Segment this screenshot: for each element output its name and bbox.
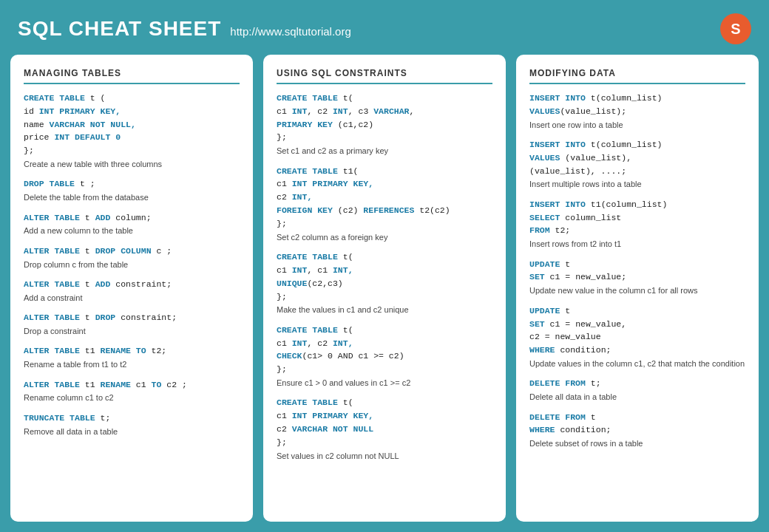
desc-modifying-data-2: Insert rows from t2 into t1: [529, 239, 745, 250]
desc-sql-constraints-2: Make the values in c1 and c2 unique: [277, 304, 492, 316]
code-block-managing-tables-3: ALTER TABLE t DROP COLUMN c ;: [24, 245, 240, 258]
desc-managing-tables-5: Drop a constraint: [24, 326, 240, 337]
code-block-managing-tables-5: ALTER TABLE t DROP constraint;: [24, 311, 240, 324]
code-block-managing-tables-6: ALTER TABLE t1 RENAME TO t2;: [24, 344, 240, 358]
section-managing-tables-6: ALTER TABLE t1 RENAME TO t2;Rename a tab…: [24, 344, 240, 370]
section-managing-tables-4: ALTER TABLE t ADD constraint;Add a const…: [24, 278, 240, 304]
panel-managing-tables: MANAGING TABLESCREATE TABLE t ( id INT P…: [10, 55, 253, 522]
header: SQL CHEAT SHEET http://www.sqltutorial.o…: [0, 0, 769, 55]
desc-sql-constraints-4: Set values in c2 column not NULL: [277, 451, 492, 462]
desc-modifying-data-0: Insert one row into a table: [529, 120, 745, 131]
desc-modifying-data-6: Delete subset of rows in a table: [529, 438, 745, 449]
panel-title-managing-tables: MANAGING TABLES: [24, 68, 240, 84]
section-modifying-data-2: INSERT INTO t1(column_list)SELECT column…: [529, 198, 745, 250]
desc-managing-tables-1: Delete the table from the database: [24, 192, 240, 203]
code-block-managing-tables-1: DROP TABLE t ;: [24, 177, 240, 191]
code-block-modifying-data-4: UPDATE tSET c1 = new_value, c2 = new_val…: [529, 304, 745, 357]
section-managing-tables-3: ALTER TABLE t DROP COLUMN c ;Drop column…: [24, 245, 240, 270]
code-block-sql-constraints-0: CREATE TABLE t( c1 INT, c2 INT, c3 VARCH…: [277, 92, 492, 144]
desc-managing-tables-2: Add a new column to the table: [24, 225, 240, 236]
desc-modifying-data-5: Delete all data in a table: [529, 392, 745, 403]
code-block-sql-constraints-4: CREATE TABLE t( c1 INT PRIMARY KEY, c2 V…: [277, 396, 492, 449]
desc-managing-tables-7: Rename column c1 to c2: [24, 392, 240, 403]
desc-managing-tables-4: Add a constraint: [24, 293, 240, 304]
section-modifying-data-3: UPDATE tSET c1 = new_value;Update new va…: [529, 258, 745, 297]
code-block-managing-tables-4: ALTER TABLE t ADD constraint;: [24, 278, 240, 291]
code-block-managing-tables-2: ALTER TABLE t ADD column;: [24, 211, 240, 225]
code-block-sql-constraints-1: CREATE TABLE t1( c1 INT PRIMARY KEY, c2 …: [277, 165, 492, 231]
desc-modifying-data-1: Insert multiple rows into a table: [529, 179, 745, 190]
desc-managing-tables-6: Rename a table from t1 to t2: [24, 359, 240, 370]
code-block-managing-tables-8: TRUNCATE TABLE t;: [24, 412, 240, 425]
desc-modifying-data-4: Update values in the column c1, c2 that …: [529, 358, 745, 369]
page-title: SQL CHEAT SHEET: [18, 17, 221, 41]
code-block-modifying-data-1: INSERT INTO t(column_list)VALUES (value_…: [529, 138, 745, 177]
section-managing-tables-0: CREATE TABLE t ( id INT PRIMARY KEY, nam…: [24, 92, 240, 170]
section-modifying-data-5: DELETE FROM t;Delete all data in a table: [529, 377, 745, 403]
desc-modifying-data-3: Update new value in the column c1 for al…: [529, 285, 745, 296]
code-block-sql-constraints-2: CREATE TABLE t( c1 INT, c1 INT, UNIQUE(c…: [277, 250, 492, 303]
content-area: MANAGING TABLESCREATE TABLE t ( id INT P…: [0, 55, 769, 532]
section-modifying-data-0: INSERT INTO t(column_list)VALUES(value_l…: [529, 92, 745, 131]
code-block-modifying-data-0: INSERT INTO t(column_list)VALUES(value_l…: [529, 92, 745, 118]
section-managing-tables-1: DROP TABLE t ;Delete the table from the …: [24, 177, 240, 203]
code-block-managing-tables-7: ALTER TABLE t1 RENAME c1 TO c2 ;: [24, 378, 240, 392]
code-block-modifying-data-3: UPDATE tSET c1 = new_value;: [529, 258, 745, 284]
section-modifying-data-6: DELETE FROM tWHERE condition;Delete subs…: [529, 411, 745, 450]
code-block-sql-constraints-3: CREATE TABLE t( c1 INT, c2 INT, CHECK(c1…: [277, 324, 492, 376]
panel-title-modifying-data: MODIFYING DATA: [529, 68, 745, 84]
code-block-modifying-data-5: DELETE FROM t;: [529, 377, 745, 390]
code-block-modifying-data-2: INSERT INTO t1(column_list)SELECT column…: [529, 198, 745, 237]
section-modifying-data-1: INSERT INTO t(column_list)VALUES (value_…: [529, 138, 745, 191]
desc-managing-tables-3: Drop column c from the table: [24, 259, 240, 270]
section-sql-constraints-2: CREATE TABLE t( c1 INT, c1 INT, UNIQUE(c…: [277, 250, 492, 316]
logo: S: [720, 13, 751, 44]
section-managing-tables-5: ALTER TABLE t DROP constraint;Drop a con…: [24, 311, 240, 337]
desc-sql-constraints-3: Ensure c1 > 0 and values in c1 >= c2: [277, 378, 492, 389]
section-managing-tables-8: TRUNCATE TABLE t;Remove all data in a ta…: [24, 412, 240, 437]
section-sql-constraints-4: CREATE TABLE t( c1 INT PRIMARY KEY, c2 V…: [277, 396, 492, 462]
code-block-managing-tables-0: CREATE TABLE t ( id INT PRIMARY KEY, nam…: [24, 92, 240, 157]
section-sql-constraints-1: CREATE TABLE t1( c1 INT PRIMARY KEY, c2 …: [277, 165, 492, 243]
section-managing-tables-7: ALTER TABLE t1 RENAME c1 TO c2 ;Rename c…: [24, 378, 240, 404]
header-url: http://www.sqltutorial.org: [230, 25, 350, 38]
desc-sql-constraints-1: Set c2 column as a foreign key: [277, 232, 492, 243]
panel-modifying-data: MODIFYING DATAINSERT INTO t(column_list)…: [516, 55, 759, 522]
section-sql-constraints-0: CREATE TABLE t( c1 INT, c2 INT, c3 VARCH…: [277, 92, 492, 157]
panel-sql-constraints: USING SQL CONSTRAINTSCREATE TABLE t( c1 …: [263, 55, 506, 522]
section-sql-constraints-3: CREATE TABLE t( c1 INT, c2 INT, CHECK(c1…: [277, 324, 492, 389]
section-modifying-data-4: UPDATE tSET c1 = new_value, c2 = new_val…: [529, 304, 745, 370]
code-block-modifying-data-6: DELETE FROM tWHERE condition;: [529, 411, 745, 437]
desc-managing-tables-0: Create a new table with three columns: [24, 159, 240, 170]
desc-sql-constraints-0: Set c1 and c2 as a primary key: [277, 146, 492, 157]
desc-managing-tables-8: Remove all data in a table: [24, 426, 240, 437]
panel-title-sql-constraints: USING SQL CONSTRAINTS: [277, 68, 492, 84]
section-managing-tables-2: ALTER TABLE t ADD column;Add a new colum…: [24, 211, 240, 237]
